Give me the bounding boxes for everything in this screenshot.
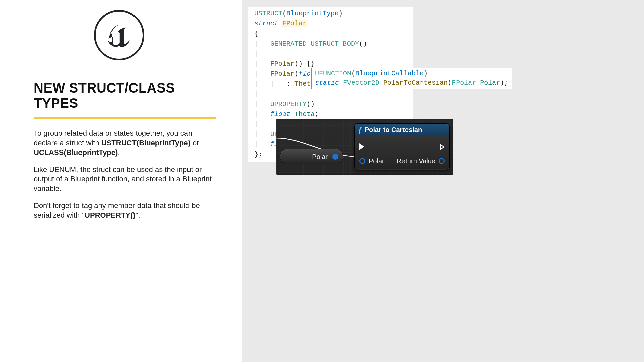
p3-b: UPROPERTY(): [85, 211, 136, 219]
tok: GENERATED_USTRUCT_BODY: [270, 40, 359, 48]
p3-post: ".: [136, 211, 140, 219]
bp-node-title: Polar to Cartesian: [365, 126, 422, 134]
tok: UFUNCTION: [315, 70, 351, 77]
right-panel: USTRUCT(BlueprintType) struct FPolar { |…: [241, 0, 644, 362]
p1-post: .: [118, 148, 120, 157]
bp-input-label: Polar: [369, 157, 384, 165]
bp-node-header: f Polar to Cartesian: [355, 124, 449, 136]
p1-mid: or: [191, 139, 199, 147]
bp-function-node[interactable]: f Polar to Cartesian: [354, 123, 450, 170]
paragraph-2: Like UENUM, the struct can be used as th…: [34, 165, 216, 194]
struct-output-pin-icon[interactable]: [332, 154, 338, 160]
tok: FVector2D: [343, 79, 379, 87]
paragraph-1: To group related data or states together…: [34, 129, 216, 158]
p1-b2: UCLASS(BlueprintType): [34, 148, 118, 157]
tok: FPolar: [270, 60, 294, 68]
page-title: NEW STRUCT/CLASS TYPES: [34, 80, 218, 111]
struct-input-pin-icon[interactable]: [359, 158, 365, 164]
bp-variable-pill[interactable]: Polar: [280, 149, 343, 164]
exec-input-pin-icon[interactable]: [359, 143, 364, 150]
bp-data-row: Polar Return Value: [359, 154, 445, 168]
tok: FPolar: [270, 70, 294, 78]
tok: Polar: [480, 79, 500, 87]
tok: Theta: [294, 110, 315, 118]
code-callout: UFUNCTION(BlueprintCallable) static FVec…: [311, 68, 512, 89]
unreal-u-icon: [104, 20, 134, 50]
tok: FPolar: [452, 79, 476, 87]
tok: UPROPERTY: [270, 100, 307, 108]
tok: USTRUCT: [254, 10, 282, 17]
function-f-icon: f: [359, 125, 361, 134]
exec-output-pin-icon[interactable]: [439, 143, 445, 150]
tok: BlueprintCallable: [355, 70, 424, 77]
struct-output-pin-icon[interactable]: [439, 158, 445, 164]
unreal-logo-icon: [94, 10, 144, 60]
left-panel: NEW STRUCT/CLASS TYPES To group related …: [0, 0, 241, 362]
logo-wrap: [94, 10, 218, 60]
bp-node-body: Polar Return Value: [355, 136, 449, 168]
bp-pill-label: Polar: [312, 153, 328, 161]
tok: float: [270, 110, 290, 118]
tok: struct: [254, 20, 278, 27]
bp-output-label: Return Value: [397, 157, 435, 165]
tok: BlueprintType: [286, 10, 339, 17]
blueprint-graph: Polar f Polar to Cartesian: [276, 119, 453, 175]
paragraph-3: Don't forget to tag any member data that…: [34, 201, 216, 220]
tok: PolarToCartesian: [383, 79, 448, 87]
p1-b1: USTRUCT(BlueprintType): [101, 139, 191, 147]
bp-exec-row: [359, 140, 445, 154]
title-underline: [34, 117, 216, 119]
tok: static: [315, 79, 339, 87]
tok: FPolar: [282, 20, 307, 27]
